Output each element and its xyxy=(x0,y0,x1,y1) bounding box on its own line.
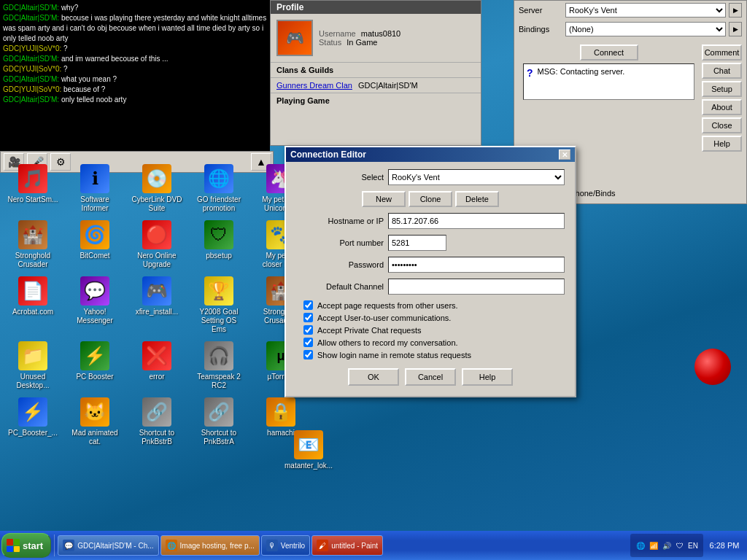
checkbox-user-comms[interactable] xyxy=(303,313,313,322)
crud-buttons-row: New Clone Delete xyxy=(296,191,565,207)
checkbox-page-requests-label: Accept page requests from other users. xyxy=(317,301,458,310)
hamachi-icon: 🔒 xyxy=(266,397,295,427)
list-item[interactable]: 🔴 Nero Online Upgrade xyxy=(131,220,182,269)
dialog-body: Select RooKy's Vent New Clone Delete Hos… xyxy=(286,162,575,396)
taskbar-separator xyxy=(54,534,55,556)
list-item[interactable]: 💬 Yahoo! Messenger xyxy=(69,276,120,334)
list-item[interactable]: ⚡ PC Booster xyxy=(69,341,120,390)
list-item[interactable]: ❌ error xyxy=(131,341,182,390)
taskbar-btn-ie[interactable]: 🌐 Image hosting, free p... xyxy=(160,535,260,556)
list-item[interactable]: 🏰 Stronghold Crusader xyxy=(7,220,58,269)
chat-line: GDC|Altair|SD'M: xyxy=(3,4,59,12)
pbsetup-icon: 🛡 xyxy=(204,220,233,249)
list-item[interactable]: 📧 matanter_lok... xyxy=(285,430,333,470)
list-item[interactable]: 🎮 xfire_install... xyxy=(131,276,182,334)
bindings-arrow-btn[interactable]: ▶ xyxy=(729,22,742,36)
setup-button[interactable]: Setup xyxy=(702,81,742,97)
list-item[interactable]: 🏆 Y2008 Goal Setting OS Ems xyxy=(193,276,244,334)
checkbox-record[interactable] xyxy=(303,338,313,347)
dialog-title: Connection Editor xyxy=(290,149,366,160)
hostname-row: Hostname or IP xyxy=(296,213,565,229)
comment-button[interactable]: Comment xyxy=(702,44,742,61)
stronghold-icon: 🏰 xyxy=(18,220,47,249)
cancel-button[interactable]: Cancel xyxy=(405,368,456,386)
list-item[interactable]: 🔗 Shortcut to PnkBstrA xyxy=(193,397,244,446)
nero-icon: 🎵 xyxy=(18,164,47,193)
systray: 🌐 📶 🔊 🛡 EN xyxy=(630,534,703,557)
help-button[interactable]: Help xyxy=(702,136,742,152)
taskbar-btn-paint[interactable]: 🖌 untitled - Paint xyxy=(311,535,383,556)
xfire-icon: 🎮 xyxy=(142,276,171,306)
taskbar-ie-label: Image hosting, free p... xyxy=(180,542,255,550)
msg-area: ? MSG: Contacting server. xyxy=(523,63,694,100)
list-item[interactable]: 💿 CyberLink DVD Suite xyxy=(131,164,182,213)
dialog-titlebar: Connection Editor ✕ xyxy=(286,147,575,162)
port-row: Port number xyxy=(296,235,565,251)
taskbar-ventrilo-label: Ventrilo xyxy=(281,542,305,550)
bindings-select[interactable]: (None) xyxy=(565,22,726,36)
channel-row: Default Channel xyxy=(296,279,565,295)
logo-blue xyxy=(7,546,13,553)
password-input[interactable] xyxy=(388,257,565,273)
unused-icon: 📁 xyxy=(18,341,47,370)
connect-button[interactable]: Connect xyxy=(580,44,638,61)
taskbar-btn-ventrilo[interactable]: 🎙 Ventrilo xyxy=(261,535,310,556)
hostname-input[interactable] xyxy=(388,213,565,229)
clan-link[interactable]: Gunners Dream Clan xyxy=(276,81,352,90)
close-button[interactable]: Close xyxy=(702,117,742,133)
start-button[interactable]: start xyxy=(1,533,51,558)
bindings-row: Bindings (None) ▶ xyxy=(514,20,746,39)
shortcut-a-icon: 🔗 xyxy=(204,397,233,427)
delete-button[interactable]: Delete xyxy=(455,191,499,207)
about-button[interactable]: About xyxy=(702,99,742,115)
dialog-close-button[interactable]: ✕ xyxy=(559,149,570,160)
avatar: 🎮 xyxy=(276,20,313,56)
checkbox-login-name[interactable] xyxy=(303,350,313,359)
friendster-icon: 🌐 xyxy=(204,164,233,193)
chat-button[interactable]: Chat xyxy=(702,63,742,79)
taskbar-btn-chat[interactable]: 💬 GDC|Altair|SD'M - Ch... xyxy=(58,535,158,556)
list-item[interactable]: 🌀 BitComet xyxy=(69,220,120,269)
systray-network-icon: 📶 xyxy=(648,540,659,551)
channel-input[interactable] xyxy=(388,279,565,295)
system-clock: 6:28 PM xyxy=(706,541,743,550)
checkbox-page-requests[interactable] xyxy=(303,300,313,310)
new-button[interactable]: New xyxy=(362,191,406,207)
list-item[interactable]: 🎵 Nero StartSm... xyxy=(7,164,58,213)
list-item[interactable]: 🛡 pbsetup xyxy=(193,220,244,269)
list-item[interactable]: 🌐 GO friendster promotion xyxy=(193,164,244,213)
logo-green xyxy=(14,539,20,545)
checkbox-private-chat-label: Accept Private Chat requests xyxy=(317,326,421,335)
port-input[interactable] xyxy=(388,235,446,251)
y2008-icon: 🏆 xyxy=(204,276,233,306)
ok-button[interactable]: OK xyxy=(348,368,399,386)
dialog-help-button[interactable]: Help xyxy=(462,368,513,386)
server-arrow-btn[interactable]: ▶ xyxy=(729,3,742,18)
list-item[interactable]: 📁 Unused Desktop... xyxy=(7,341,58,390)
checkbox-private-chat[interactable] xyxy=(303,325,313,335)
hostname-label: Hostname or IP xyxy=(296,217,384,225)
checkbox-row-2: Accept User-to-user communications. xyxy=(296,313,565,322)
profile-header: Profile xyxy=(271,1,481,14)
list-item[interactable]: ℹ Software Informer xyxy=(69,164,120,213)
chat-panel: GDC|Altair|SD'M: why? GDC|Altair|SD'M: b… xyxy=(0,0,270,153)
taskbar-right: 🌐 📶 🔊 🛡 EN 6:28 PM xyxy=(630,534,746,557)
list-item[interactable]: 🔗 Shortcut to PnkBstrB xyxy=(131,397,182,446)
list-item[interactable]: ⚡ PC_Booster_... xyxy=(7,397,58,446)
list-item[interactable]: 🐱 Mad animated cat. xyxy=(69,397,120,446)
bitcomet-icon: 🌀 xyxy=(80,220,109,249)
select-label: Select xyxy=(296,173,384,182)
yahoo-icon: 💬 xyxy=(80,276,109,306)
dialog-footer: OK Cancel Help xyxy=(296,362,565,389)
checkbox-user-comms-label: Accept User-to-user communications. xyxy=(317,314,451,322)
connection-select[interactable]: RooKy's Vent xyxy=(388,169,565,185)
checkbox-login-name-label: Show login name in remote status request… xyxy=(317,351,471,359)
checkbox-row-1: Accept page requests from other users. xyxy=(296,300,565,310)
nero-online-icon: 🔴 xyxy=(142,220,171,249)
list-item[interactable]: 🎧 Teamspeak 2 RC2 xyxy=(193,341,244,390)
systray-speaker-icon: 🔊 xyxy=(661,540,673,551)
bindings-label: Bindings xyxy=(519,25,562,34)
clone-button[interactable]: Clone xyxy=(409,191,452,207)
list-item[interactable]: 📄 Acrobat.com xyxy=(7,276,58,334)
server-select[interactable]: RooKy's Vent xyxy=(565,3,726,18)
